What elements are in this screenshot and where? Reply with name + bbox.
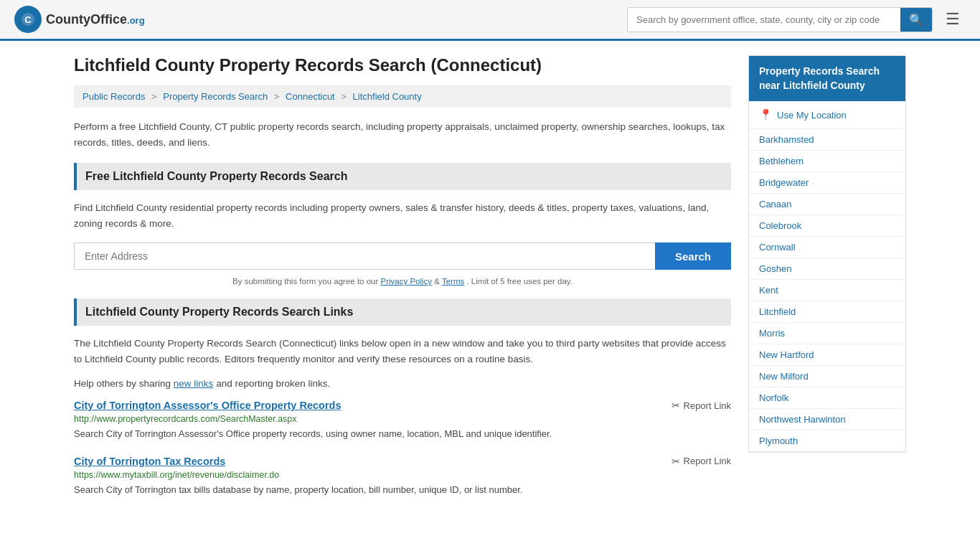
- free-search-text: Find Litchfield County residential prope…: [74, 200, 731, 231]
- report-link-btn-2[interactable]: ✂ Report Link: [672, 456, 731, 467]
- sidebar-town-link[interactable]: Canaan: [749, 194, 905, 215]
- sidebar-list-item: Plymouth: [749, 430, 905, 452]
- hamburger-menu[interactable]: ☰: [940, 7, 966, 32]
- sidebar-box: Property Records Search near Litchfield …: [748, 55, 906, 453]
- sidebar-list-item: Litchfield: [749, 301, 905, 323]
- search-button[interactable]: Search: [655, 242, 731, 270]
- sidebar-town-link[interactable]: Northwest Harwinton: [749, 409, 905, 430]
- sidebar-town-link[interactable]: Norfolk: [749, 387, 905, 408]
- record-url-1: http://www.propertyrecordcards.com/Searc…: [74, 414, 731, 424]
- svg-text:C: C: [24, 14, 32, 25]
- links-intro: The Litchfield County Property Records S…: [74, 336, 731, 367]
- record-desc-1: Search City of Torrington Assessor's Off…: [74, 427, 731, 441]
- record-link-title-2[interactable]: City of Torrington Tax Records: [74, 456, 225, 467]
- sidebar-list-item: Goshen: [749, 258, 905, 280]
- sidebar-list-item: Colebrook: [749, 215, 905, 237]
- sidebar-list-item: Norfolk: [749, 387, 905, 409]
- logo-area: C CountyOffice.org: [14, 6, 145, 33]
- report-icon-1: ✂: [672, 400, 680, 411]
- record-link-title-1[interactable]: City of Torrington Assessor's Office Pro…: [74, 400, 341, 411]
- page-title: Litchfield County Property Records Searc…: [74, 55, 731, 75]
- sidebar-list-item: Northwest Harwinton: [749, 409, 905, 430]
- breadcrumb-litchfield-county[interactable]: Litchfield County: [353, 91, 422, 102]
- sidebar-town-link[interactable]: Barkhamsted: [749, 129, 905, 150]
- report-link-label-2: Report Link: [684, 456, 731, 466]
- sidebar-header: Property Records Search near Litchfield …: [749, 56, 905, 101]
- use-my-location-btn[interactable]: 📍 Use My Location: [749, 101, 905, 129]
- sidebar-town-link[interactable]: Morris: [749, 323, 905, 344]
- report-link-label-1: Report Link: [684, 400, 731, 411]
- main-container: Litchfield County Property Records Searc…: [60, 41, 920, 525]
- sidebar-list-item: New Hartford: [749, 344, 905, 366]
- free-search-header: Free Litchfield County Property Records …: [74, 163, 731, 190]
- sidebar-town-link[interactable]: Colebrook: [749, 215, 905, 236]
- header-search-container: 🔍 ☰: [627, 7, 966, 32]
- sidebar-town-link[interactable]: New Hartford: [749, 344, 905, 365]
- links-section-header: Litchfield County Property Records Searc…: [74, 298, 731, 326]
- intro-text: Perform a free Litchfield County, CT pub…: [74, 119, 731, 150]
- new-links-text: Help others by sharing new links and rep…: [74, 376, 731, 392]
- sidebar-list-item: Cornwall: [749, 237, 905, 258]
- sidebar-town-link[interactable]: Plymouth: [749, 430, 905, 451]
- logo-text: CountyOffice.org: [46, 12, 145, 27]
- sidebar-town-link[interactable]: Kent: [749, 280, 905, 301]
- sidebar-town-link[interactable]: New Milford: [749, 366, 905, 387]
- sidebar-list-item: Barkhamsted: [749, 129, 905, 151]
- header-search-button[interactable]: 🔍: [900, 8, 932, 32]
- sidebar-towns-list: BarkhamstedBethlehemBridgewaterCanaanCol…: [749, 129, 905, 452]
- sidebar-list-item: Bridgewater: [749, 172, 905, 194]
- sidebar-town-link[interactable]: Goshen: [749, 258, 905, 279]
- content-area: Litchfield County Property Records Searc…: [74, 55, 731, 511]
- record-url-2: https://www.mytaxbill.org/inet/revenue/d…: [74, 470, 731, 480]
- address-input[interactable]: [74, 242, 655, 270]
- privacy-policy-link[interactable]: Privacy Policy: [381, 277, 433, 286]
- address-form: Search: [74, 242, 731, 270]
- sidebar-town-link[interactable]: Bethlehem: [749, 151, 905, 171]
- use-my-location-label: Use My Location: [777, 110, 847, 121]
- breadcrumb-public-records[interactable]: Public Records: [83, 91, 145, 102]
- links-section: Litchfield County Property Records Searc…: [74, 298, 731, 496]
- breadcrumb: Public Records > Property Records Search…: [74, 85, 731, 108]
- breadcrumb-property-records[interactable]: Property Records Search: [163, 91, 268, 102]
- breadcrumb-connecticut[interactable]: Connecticut: [286, 91, 335, 102]
- sidebar-list-item: Morris: [749, 323, 905, 344]
- terms-link[interactable]: Terms: [442, 277, 464, 286]
- header-search-input[interactable]: [628, 9, 900, 30]
- sidebar: Property Records Search near Litchfield …: [748, 55, 906, 511]
- sidebar-town-link[interactable]: Cornwall: [749, 237, 905, 258]
- header-search-bar: 🔍: [627, 7, 933, 32]
- record-link-item-1: City of Torrington Assessor's Office Pro…: [74, 400, 731, 441]
- form-disclaimer: By submitting this form you agree to our…: [74, 277, 731, 286]
- sidebar-list-item: New Milford: [749, 366, 905, 387]
- site-header: C CountyOffice.org 🔍 ☰: [0, 0, 980, 41]
- record-link-item-2: City of Torrington Tax Records ✂ Report …: [74, 456, 731, 497]
- sidebar-list-item: Canaan: [749, 194, 905, 215]
- location-pin-icon: 📍: [759, 108, 773, 121]
- record-desc-2: Search City of Torrington tax bills data…: [74, 483, 731, 497]
- report-icon-2: ✂: [672, 456, 680, 467]
- sidebar-list-item: Kent: [749, 280, 905, 301]
- sidebar-list-item: Bethlehem: [749, 151, 905, 172]
- sidebar-town-link[interactable]: Litchfield: [749, 301, 905, 322]
- new-links-link[interactable]: new links: [174, 378, 214, 389]
- logo-icon: C: [14, 6, 42, 33]
- sidebar-town-link[interactable]: Bridgewater: [749, 172, 905, 193]
- report-link-btn-1[interactable]: ✂ Report Link: [672, 400, 731, 411]
